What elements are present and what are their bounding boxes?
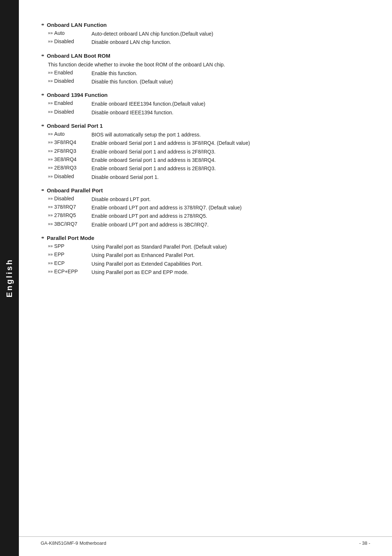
item-row: »»AutoBIOS will automatically setup the … [41, 131, 370, 138]
section-title-text: Onboard 1394 Function [47, 92, 108, 98]
item-key: »»ECP+EPP [48, 269, 91, 274]
item-key-text: SPP [54, 243, 64, 249]
item-key: »»Disabled [48, 173, 91, 179]
section-arrow-icon: ⚭ [41, 188, 45, 193]
item-value: Disable onboard LAN chip function. [91, 38, 370, 46]
item-key-text: Disabled [54, 173, 74, 179]
item-value: Enable onboard LPT port and address is 3… [91, 221, 370, 228]
double-arrow-icon: »» [48, 30, 53, 36]
section-onboard-lan-boot-rom: ⚭ Onboard LAN Boot ROMThis function deci… [41, 53, 370, 86]
item-row: »»2E8/IRQ3Enable onboard Serial port 1 a… [41, 165, 370, 172]
item-key: »»2E8/IRQ3 [48, 165, 91, 171]
item-row: »»EPPUsing Parallel port as Enhanced Par… [41, 252, 370, 259]
double-arrow-icon: »» [48, 174, 53, 179]
item-row: »»EnabledEnable this function. [41, 70, 370, 77]
item-key-text: Disabled [54, 109, 74, 115]
item-row: »»3F8/IRQ4Enable onboard Serial port 1 a… [41, 139, 370, 147]
item-key: »»Disabled [48, 196, 91, 201]
item-value: Auto-detect onboard LAN chip function.(D… [91, 30, 370, 37]
item-key-text: Enabled [54, 100, 73, 106]
item-value: Using Parallel port as Extended Capabili… [91, 260, 370, 267]
item-row: »»DisabledDisable onboard IEEE1394 funct… [41, 109, 370, 116]
double-arrow-icon: »» [48, 109, 53, 114]
item-key-text: 378/IRQ7 [54, 204, 76, 210]
item-row: »»378/IRQ7Enable onboard LPT port and ad… [41, 204, 370, 211]
item-key-text: ECP [54, 260, 65, 266]
section-title-onboard-serial-port-1: ⚭ Onboard Serial Port 1 [41, 123, 370, 129]
item-key-text: 3E8/IRQ4 [54, 156, 76, 162]
item-key-text: 3F8/IRQ4 [54, 139, 76, 145]
section-onboard-1394-function: ⚭ Onboard 1394 Function»»EnabledEnable o… [41, 92, 370, 116]
item-key: »»3E8/IRQ4 [48, 156, 91, 162]
item-row: »»ECPUsing Parallel port as Extended Cap… [41, 260, 370, 267]
item-row: »»DisabledDisable onboard Serial port 1. [41, 173, 370, 181]
item-value: Disable this function. (Default value) [91, 78, 370, 85]
section-title-onboard-parallel-port: ⚭ Onboard Parallel Port [41, 187, 370, 193]
item-row: »»AutoAuto-detect onboard LAN chip funct… [41, 30, 370, 37]
item-value: Enable onboard IEEE1394 function.(Defaul… [91, 100, 370, 107]
section-title-text: Onboard LAN Function [47, 22, 107, 28]
item-value: Using Parallel port as Standard Parallel… [91, 243, 370, 250]
double-arrow-icon: »» [48, 39, 53, 44]
item-row: »»ECP+EPPUsing Parallel port as ECP and … [41, 269, 370, 276]
item-key: »»2F8/IRQ3 [48, 148, 91, 154]
item-row: »»3E8/IRQ4Enable onboard Serial port 1 a… [41, 156, 370, 164]
footer-right: - 38 - [359, 540, 370, 546]
item-value: Enable onboard Serial port 1 and address… [91, 148, 370, 155]
item-key: »»3F8/IRQ4 [48, 139, 91, 145]
double-arrow-icon: »» [48, 221, 53, 226]
item-key-text: ECP+EPP [54, 269, 78, 274]
item-row: »»DisabledDisable this function. (Defaul… [41, 78, 370, 85]
sidebar-label: English [5, 258, 14, 297]
section-arrow-icon: ⚭ [41, 53, 45, 58]
item-key: »»Enabled [48, 100, 91, 106]
section-title-onboard-lan-boot-rom: ⚭ Onboard LAN Boot ROM [41, 53, 370, 59]
section-onboard-parallel-port: ⚭ Onboard Parallel Port»»DisabledDisable… [41, 187, 370, 228]
item-key-text: Disabled [54, 38, 74, 44]
item-value: Enable onboard Serial port 1 and address… [91, 156, 370, 164]
item-key-text: 2E8/IRQ3 [54, 165, 76, 171]
double-arrow-icon: »» [48, 269, 53, 274]
item-key: »»SPP [48, 243, 91, 249]
item-row: »»2F8/IRQ3Enable onboard Serial port 1 a… [41, 148, 370, 155]
section-title-text: Onboard Parallel Port [47, 187, 103, 193]
item-value: Enable onboard LPT port and address is 2… [91, 212, 370, 220]
section-title-onboard-1394-function: ⚭ Onboard 1394 Function [41, 92, 370, 98]
double-arrow-icon: »» [48, 261, 53, 266]
item-value: Disable onboard LPT port. [91, 196, 370, 203]
item-key: »»378/IRQ7 [48, 204, 91, 210]
section-onboard-serial-port-1: ⚭ Onboard Serial Port 1»»AutoBIOS will a… [41, 123, 370, 181]
item-key-text: Disabled [54, 78, 74, 84]
double-arrow-icon: »» [48, 157, 53, 162]
main-content: ⚭ Onboard LAN Function»»AutoAuto-detect … [19, 0, 392, 556]
item-key-text: 3BC/IRQ7 [54, 221, 77, 227]
double-arrow-icon: »» [48, 213, 53, 218]
section-arrow-icon: ⚭ [41, 123, 45, 128]
item-key-text: 2F8/IRQ3 [54, 148, 76, 154]
item-row: »»EnabledEnable onboard IEEE1394 functio… [41, 100, 370, 107]
item-key: »»Disabled [48, 109, 91, 115]
item-row: »»278/IRQ5Enable onboard LPT port and ad… [41, 212, 370, 220]
double-arrow-icon: »» [48, 252, 53, 257]
item-key-text: Disabled [54, 196, 74, 201]
section-note-onboard-lan-boot-rom: This function decide whether to invoke t… [41, 61, 370, 68]
item-value: Enable onboard Serial port 1 and address… [91, 165, 370, 172]
section-title-text: Onboard LAN Boot ROM [47, 53, 110, 59]
item-key: »»278/IRQ5 [48, 212, 91, 218]
section-arrow-icon: ⚭ [41, 92, 45, 98]
item-key: »»Auto [48, 131, 91, 137]
footer: GA-K8N51GMF-9 Motherboard - 38 - [19, 536, 392, 546]
section-title-onboard-lan-function: ⚭ Onboard LAN Function [41, 22, 370, 28]
double-arrow-icon: »» [48, 140, 53, 145]
item-value: Using Parallel port as Enhanced Parallel… [91, 252, 370, 259]
double-arrow-icon: »» [48, 165, 53, 170]
footer-left: GA-K8N51GMF-9 Motherboard [41, 540, 106, 546]
item-value: BIOS will automatically setup the port 1… [91, 131, 370, 138]
section-arrow-icon: ⚭ [41, 22, 45, 28]
item-key: »»Enabled [48, 70, 91, 75]
item-key: »»Disabled [48, 38, 91, 44]
section-arrow-icon: ⚭ [41, 235, 45, 241]
double-arrow-icon: »» [48, 244, 53, 249]
item-key: »»3BC/IRQ7 [48, 221, 91, 227]
section-onboard-lan-function: ⚭ Onboard LAN Function»»AutoAuto-detect … [41, 22, 370, 46]
